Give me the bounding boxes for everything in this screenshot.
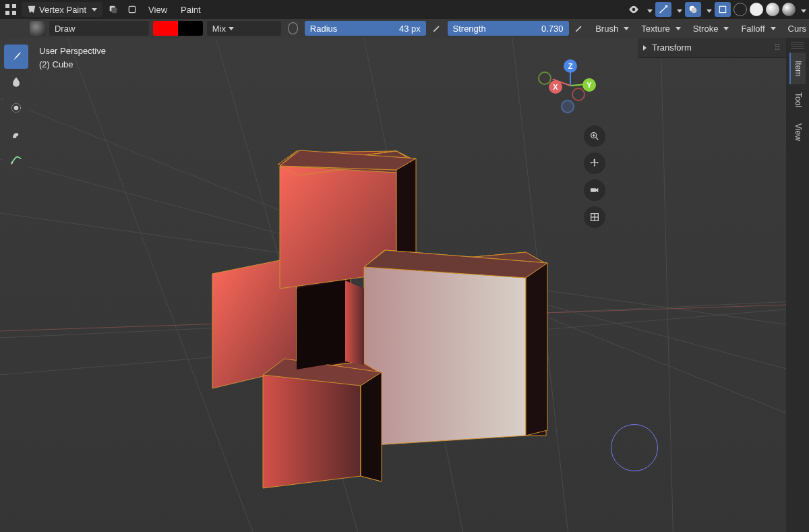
viewport-nav	[584, 125, 605, 228]
visibility-icon[interactable]	[626, 2, 642, 17]
cursor-menu[interactable]: Curs	[783, 21, 806, 36]
viewport-3d[interactable]	[0, 38, 786, 532]
ortho-grid-icon[interactable]	[584, 206, 605, 228]
tab-item[interactable]: Item	[789, 53, 806, 84]
svg-marker-45	[345, 280, 364, 365]
pan-icon[interactable]	[584, 152, 605, 174]
menu-paint[interactable]: Paint	[175, 2, 206, 17]
axis-x[interactable]: X	[549, 80, 562, 94]
strength-label: Strength	[453, 24, 486, 34]
n-panel: Transform ⠿	[638, 38, 786, 58]
radius-value: 43	[399, 24, 409, 34]
axis-neg-y[interactable]	[538, 71, 551, 85]
brush-name-field[interactable]: Draw	[49, 21, 149, 36]
brush-preview[interactable]	[30, 21, 45, 36]
blend-mode-label: Mix	[212, 24, 226, 34]
axis-neg-z[interactable]	[561, 100, 574, 113]
tool-toolbar	[4, 45, 28, 171]
svg-point-46	[14, 106, 19, 111]
overlays-dropdown[interactable]	[704, 5, 712, 15]
brush-name-label: Draw	[55, 24, 75, 34]
tab-drag-icon[interactable]	[791, 42, 804, 49]
axis-gizmo[interactable]: Z X Y	[543, 58, 597, 112]
strength-value: 0.730	[541, 24, 564, 34]
radius-slider[interactable]: Radius 43 px	[305, 21, 426, 36]
radius-label: Radius	[310, 24, 337, 34]
svg-marker-38	[526, 263, 547, 436]
svg-marker-43	[361, 372, 382, 481]
drag-handle-icon[interactable]: ⠿	[774, 42, 781, 53]
viewport-info: User Perspective (2) Cube	[39, 45, 106, 71]
info-object: (2) Cube	[39, 58, 106, 71]
tab-view[interactable]: View	[789, 115, 806, 149]
svg-line-15	[661, 38, 674, 532]
mesh-cube	[94, 78, 607, 496]
axis-neg-x[interactable]	[572, 88, 585, 101]
strength-slider[interactable]: Strength 0.730	[448, 21, 569, 36]
svg-rect-5	[719, 6, 725, 12]
brush-menu[interactable]: Brush	[590, 21, 634, 36]
editor-type-icon[interactable]	[3, 2, 19, 17]
overlays-toggle-icon[interactable]	[685, 2, 701, 17]
svg-rect-52	[591, 188, 596, 191]
tool-average[interactable]	[4, 96, 28, 120]
tool-blur[interactable]	[4, 70, 28, 94]
xray-toggle-icon[interactable]	[715, 2, 731, 17]
chevron-right-icon	[643, 42, 649, 53]
svg-marker-44	[297, 280, 345, 370]
radius-pressure-icon[interactable]	[288, 22, 298, 34]
svg-rect-1	[111, 7, 117, 13]
shading-dropdown[interactable]	[798, 5, 806, 15]
radius-pen-icon[interactable]	[430, 21, 444, 36]
texture-menu[interactable]: Texture	[636, 21, 686, 36]
color-swatch[interactable]	[153, 21, 203, 36]
falloff-menu[interactable]: Falloff	[736, 21, 781, 36]
svg-marker-33	[364, 252, 526, 446]
viewport-container: User Perspective (2) Cube Z X Y	[0, 38, 786, 532]
copy-icon[interactable]	[105, 2, 121, 17]
side-tabs: Item Tool View	[786, 38, 809, 532]
tool-header: Draw Mix Radius 43 px Strength 0.730 Bru…	[0, 19, 809, 38]
transform-panel-header[interactable]: Transform ⠿	[638, 40, 786, 55]
axis-y[interactable]: Y	[582, 78, 596, 92]
primary-color[interactable]	[153, 21, 178, 36]
mode-label: Vertex Paint	[39, 5, 86, 15]
camera-icon[interactable]	[584, 179, 605, 201]
stroke-menu[interactable]: Stroke	[688, 21, 735, 36]
svg-point-4	[691, 7, 696, 13]
zoom-icon[interactable]	[584, 125, 605, 147]
tool-smear[interactable]	[4, 121, 28, 146]
mode-selector[interactable]: Vertex Paint	[22, 2, 102, 17]
secondary-color[interactable]	[178, 21, 203, 36]
shading-wireframe-icon[interactable]	[733, 3, 747, 16]
gizmo-toggle-icon[interactable]	[655, 2, 671, 17]
info-perspective: User Perspective	[39, 45, 106, 58]
svg-line-49	[596, 138, 598, 140]
blend-mode-field[interactable]: Mix	[207, 21, 281, 36]
tool-gradient[interactable]	[4, 147, 28, 171]
transform-label: Transform	[652, 42, 692, 53]
tab-tool[interactable]: Tool	[789, 84, 806, 115]
gizmo-dropdown[interactable]	[674, 5, 682, 15]
header-primary: Vertex Paint View Paint	[0, 0, 809, 19]
shading-rendered-icon[interactable]	[782, 3, 796, 16]
paste-icon[interactable]	[124, 2, 140, 17]
menu-view[interactable]: View	[143, 2, 173, 17]
strength-pen-icon[interactable]	[573, 21, 587, 36]
shading-material-icon[interactable]	[766, 3, 779, 16]
svg-rect-2	[129, 6, 135, 12]
shading-solid-icon[interactable]	[750, 3, 763, 16]
axis-z[interactable]: Z	[564, 59, 577, 73]
radius-unit: px	[411, 24, 421, 34]
tool-draw[interactable]	[4, 45, 28, 69]
visibility-dropdown[interactable]	[645, 5, 653, 15]
